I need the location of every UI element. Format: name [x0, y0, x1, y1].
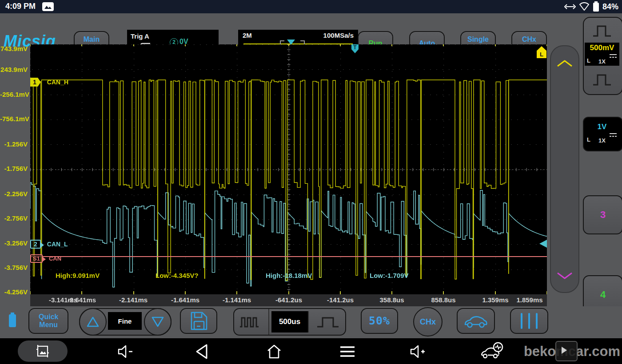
serial-decode-button[interactable] [510, 308, 548, 334]
dc-coupling-icon [609, 133, 617, 137]
voltage-tick: -756.1mV [0, 115, 28, 123]
back-button[interactable] [192, 342, 211, 361]
trigger-title: Trig A [131, 32, 149, 40]
volume-up-button[interactable] [409, 342, 428, 361]
battery-percent: 84% [602, 2, 618, 12]
screenshot-button[interactable] [18, 340, 68, 362]
time-tick: 358.8us [379, 296, 404, 304]
usb-transfer-icon [564, 3, 576, 10]
fine-adjust-group: Fine [79, 308, 171, 336]
menu-lines-icon [339, 345, 355, 358]
ch1-scale: 500mV [585, 44, 619, 52]
three-bars-icon [521, 313, 538, 329]
voltage-tick: -3.256V [0, 239, 28, 247]
scale-down-icon[interactable] [592, 71, 612, 88]
waveform-display[interactable]: T L 1 CAN_H 2 CAN_L S1 CAN High:9.091mV … [30, 44, 547, 294]
clock: 4:09 PM [5, 2, 36, 11]
home-button[interactable] [264, 342, 284, 361]
wifi-icon [579, 2, 590, 11]
screenshot-icon [36, 344, 49, 358]
adjust-down-button[interactable] [144, 308, 171, 336]
battery-icon [593, 1, 599, 12]
time-tick: 1.359ms [482, 296, 508, 304]
voltage-tick: -2.756V [0, 214, 28, 222]
automotive-button[interactable] [457, 308, 495, 334]
time-tick: -641.2us [275, 296, 302, 304]
battery-small-icon [8, 313, 17, 328]
save-floppy-icon [189, 311, 208, 331]
screenshot-notification-icon [42, 2, 54, 11]
android-nav-bar: bekomcar.com [0, 338, 622, 364]
s1-math-label[interactable]: S1 CAN [30, 253, 61, 264]
ch2-flag: 2 [30, 240, 41, 249]
s1-name: CAN [49, 255, 61, 262]
ch1-flag: 1 [30, 78, 41, 87]
dc-coupling-icon [609, 54, 617, 58]
channel3-button[interactable]: 3 [583, 195, 622, 234]
measurement-ch2-high: High:-18.18mV [266, 272, 312, 279]
narrow-pulses-icon [239, 314, 264, 330]
back-icon [194, 343, 209, 360]
chx-select-button[interactable]: CHx [413, 307, 443, 336]
voltage-axis: 743.9mV 243.9mV -256.1mV -756.1mV -1.256… [0, 44, 28, 306]
voltage-tick: 243.9mV [0, 66, 28, 73]
fine-mode-indicator[interactable]: Fine [108, 312, 142, 330]
timebase-group: 500us [233, 308, 346, 336]
ch2-scale: 1V [585, 123, 619, 131]
channel2-right-marker[interactable] [539, 240, 547, 248]
chevron-down-icon[interactable] [556, 271, 574, 281]
volume-down-button[interactable] [116, 342, 136, 361]
measurement-ch2-low: Low:-1.709V [370, 272, 409, 279]
time-tick: 1.859ms [516, 296, 542, 304]
bottom-toolbar: Quick Menu Fine 500us [0, 306, 622, 338]
time-tick: 858.8us [431, 296, 455, 304]
time-tick: -2.141ms [119, 296, 148, 304]
voltage-tick: -3.756V [0, 264, 28, 271]
memory-depth: 2M [243, 32, 252, 39]
voltage-tick: 743.9mV [0, 45, 28, 52]
volume-up-icon [410, 344, 427, 359]
triangle-up-icon [86, 316, 100, 328]
quick-menu-button[interactable]: Quick Menu [28, 308, 68, 334]
ch1-name: CAN_H [47, 79, 68, 86]
time-tick: -141.2us [327, 296, 354, 304]
volume-down-icon [117, 344, 135, 359]
recents-button[interactable] [338, 342, 357, 361]
s1-flag: S1 [30, 254, 43, 263]
channel2-scale-box[interactable]: 1V L 1X [583, 117, 622, 151]
timebase-value[interactable]: 500us [271, 311, 308, 332]
channel1-control-group: 500mV L 1X [583, 17, 622, 95]
right-control-rail: 500mV L 1X 1V L 1X 3 4 [548, 13, 622, 338]
time-tick: -1.641ms [171, 296, 199, 304]
fifty-percent-button[interactable]: 50% [361, 308, 398, 334]
channel1-scale-box[interactable]: 500mV L 1X [585, 43, 619, 66]
time-axis: -3.141ms -2.641ms -2.141ms -1.641ms -1.1… [30, 294, 547, 306]
wide-pulse-icon [315, 314, 340, 330]
car-diagnostic-icon [479, 342, 505, 361]
measurement-ch1-low: Low:-4.345V? [156, 272, 199, 279]
media-icon-overlay [555, 341, 578, 361]
adjust-up-button[interactable] [79, 308, 107, 336]
channel-scroll-strip[interactable] [550, 45, 579, 293]
vehicle-diag-button[interactable] [479, 342, 505, 361]
measurement-ch1-high: High:9.091mV [56, 272, 100, 279]
car-icon [463, 312, 488, 330]
channel2-scale-inner: 1V L 1X [585, 122, 619, 145]
save-button[interactable] [180, 308, 217, 334]
triangle-down-icon [151, 316, 164, 328]
timebase-faster-button[interactable] [234, 309, 269, 335]
ch1-atten: 1X [585, 58, 619, 65]
sample-rate: 100MSa/s [323, 32, 354, 39]
scale-up-icon[interactable] [592, 22, 612, 39]
channel2-label[interactable]: 2 CAN_L [30, 239, 68, 249]
ch2-name: CAN_L [47, 241, 68, 248]
voltage-tick: -1.756V [0, 165, 28, 172]
top-toolbar: Micsig Main Menu Trig A 20V 2M 100MSa/s … [0, 13, 622, 46]
time-tick: -2.641ms [68, 296, 96, 304]
timebase-slower-button[interactable] [311, 309, 345, 335]
voltage-tick: -1.256V [0, 140, 28, 148]
chevron-up-icon[interactable] [556, 59, 574, 68]
time-tick: -1.141ms [223, 296, 251, 304]
channel1-label[interactable]: 1 CAN_H [30, 77, 68, 87]
voltage-tick: -2.256V [0, 190, 28, 198]
